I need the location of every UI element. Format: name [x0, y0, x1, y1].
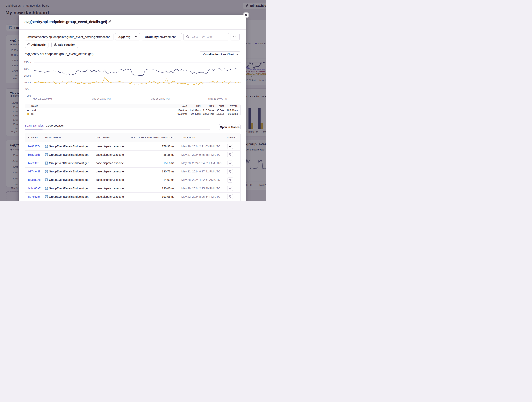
- svg-text:250ms: 250ms: [24, 61, 31, 64]
- svg-text:May 26 10:00 PM: May 26 10:00 PM: [150, 97, 170, 100]
- svg-text:May 22 10:00 PM: May 22 10:00 PM: [33, 97, 52, 100]
- svg-text:150ms: 150ms: [24, 74, 31, 77]
- svg-text:May 28 10:00 PM: May 28 10:00 PM: [208, 97, 227, 100]
- svg-text:200ms: 200ms: [24, 68, 31, 71]
- svg-text:50ms: 50ms: [25, 88, 31, 91]
- svg-text:100ms: 100ms: [24, 81, 31, 84]
- svg-text:0ms: 0ms: [27, 94, 31, 97]
- svg-text:May 24 10:00 PM: May 24 10:00 PM: [91, 97, 111, 100]
